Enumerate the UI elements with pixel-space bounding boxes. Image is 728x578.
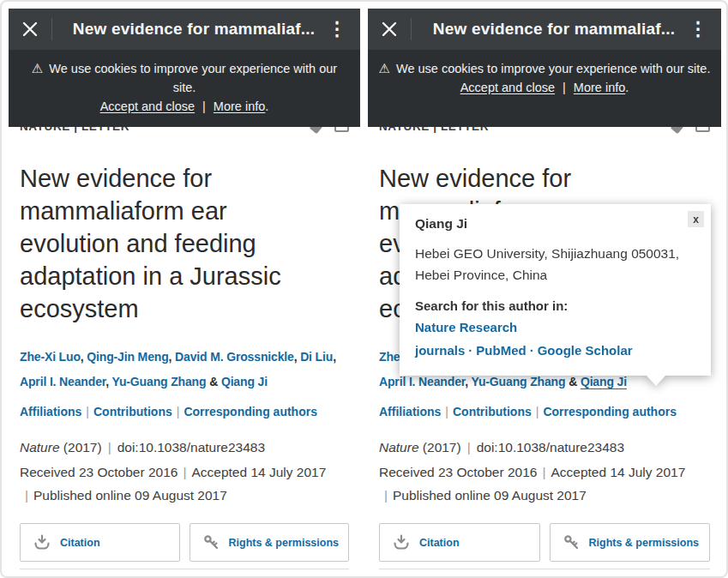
pipe-separator: |	[445, 405, 448, 418]
author-separator: &	[565, 375, 580, 388]
author-popup-box: x Qiang Ji Hebei GEO University, Shijiaz…	[400, 204, 711, 376]
article-title-line: mammaliaform ear	[20, 195, 349, 227]
browser-app-bar: New evidence for mammaliaf... ⋮	[368, 9, 721, 50]
author-link[interactable]: April I. Neander	[20, 375, 105, 388]
cookie-separator: |	[563, 81, 566, 94]
journal-year: (2017)	[423, 440, 461, 455]
cookie-period: .	[625, 81, 629, 94]
pipe-separator: |	[25, 488, 28, 503]
masthead-clipped-row: NATURE | LETTER	[368, 127, 721, 139]
popup-author-name: Qiang Ji	[415, 216, 695, 232]
journal-citation-line: Nature (2017)|doi:10.1038/nature23483	[379, 437, 710, 459]
accepted-date: 14 July 2017	[250, 465, 326, 479]
accepted-date: 14 July 2017	[610, 465, 685, 479]
received-date: 23 October 2016	[438, 465, 537, 479]
pipe-separator: |	[86, 405, 89, 418]
popup-search-label: Search for this author in:	[415, 298, 695, 313]
popup-close-icon[interactable]: x	[688, 211, 704, 227]
received-label: Received	[379, 465, 435, 479]
cookie-separator: |	[202, 99, 206, 113]
author-link[interactable]: David M. Grossnickle	[175, 350, 294, 364]
masthead-label: NATURE | LETTER	[379, 127, 489, 135]
app-bar-divider	[51, 18, 52, 40]
key-icon	[563, 534, 580, 551]
accepted-label: Accepted	[191, 465, 247, 479]
print-icon[interactable]	[695, 127, 710, 132]
close-icon[interactable]	[20, 21, 40, 37]
article-title-line: evolution and feeding	[20, 227, 349, 260]
page-title-truncated: New evidence for mammaliaf...	[422, 20, 686, 39]
cookie-message: We use cookies to improve your experienc…	[396, 62, 710, 75]
download-icon	[393, 534, 410, 551]
article-title-line: ecosystem	[20, 292, 349, 325]
published-date: 09 August 2017	[135, 488, 227, 503]
affiliations-link[interactable]: Affiliations	[20, 405, 81, 418]
author-separator: ,	[465, 375, 471, 388]
more-info-link[interactable]: More info	[214, 99, 265, 113]
author-link[interactable]: Yu-Guang Zhang	[472, 375, 566, 388]
published-label: Published online	[393, 488, 490, 503]
cookie-message: We use cookies to improve your experienc…	[49, 62, 337, 94]
pipe-separator: |	[542, 465, 545, 479]
action-button-row: Citation Rights & permissions	[20, 523, 349, 562]
browser-panel-left: New evidence for mammaliaf... ⋮ ⚠We use …	[9, 9, 360, 576]
print-icon[interactable]	[334, 127, 349, 132]
accepted-label: Accepted	[551, 465, 606, 479]
more-info-link[interactable]: More info	[574, 81, 625, 94]
rights-permissions-button[interactable]: Rights & permissions	[190, 523, 350, 562]
cookie-period: .	[265, 99, 268, 113]
overflow-menu-icon[interactable]: ⋮	[686, 20, 710, 39]
cookie-banner: ⚠We use cookies to improve your experien…	[9, 50, 360, 127]
doi: doi:10.1038/nature23483	[117, 440, 265, 455]
author-link-qiang-ji[interactable]: Qiang Ji	[221, 375, 268, 388]
rights-permissions-button[interactable]: Rights & permissions	[550, 523, 711, 562]
browser-panel-right: New evidence for mammaliaf... ⋮ ⚠We use …	[368, 9, 721, 576]
contributions-link[interactable]: Contributions	[93, 405, 172, 418]
google-scholar-link[interactable]: Google Scholar	[538, 343, 633, 358]
published-date: 09 August 2017	[494, 488, 587, 503]
article-title: New evidence for mammaliaform ear evolut…	[20, 162, 349, 325]
affiliations-link[interactable]: Affiliations	[379, 405, 441, 418]
pipe-separator: |	[177, 405, 180, 418]
warning-icon: ⚠	[32, 61, 43, 75]
doi: doi:10.1038/nature23483	[477, 440, 624, 455]
screenshot-frame: New evidence for mammaliaf... ⋮ ⚠We use …	[0, 0, 728, 578]
corresponding-authors-link[interactable]: Corresponding authors	[184, 405, 317, 418]
contributions-link[interactable]: Contributions	[453, 405, 532, 418]
share-icon[interactable]	[671, 127, 683, 134]
author-link-qiang-ji-active[interactable]: Qiang Ji	[581, 375, 627, 388]
overflow-menu-icon[interactable]: ⋮	[325, 20, 349, 39]
browser-app-bar: New evidence for mammaliaf... ⋮	[9, 9, 360, 50]
popup-pointer	[646, 375, 666, 386]
bottom-divider	[20, 569, 349, 569]
article-meta-links: Affiliations|Contributions|Corresponding…	[20, 405, 349, 418]
article-content: New evidence for mammaliaform ear evolut…	[9, 162, 360, 562]
pipe-separator: |	[108, 440, 111, 455]
author-link[interactable]: Yu-Guang Zhang	[112, 375, 207, 388]
journal-name: Nature	[379, 440, 419, 455]
journal-citation-line: Nature (2017)|doi:10.1038/nature23483	[20, 437, 349, 459]
author-link[interactable]: Zhe-Xi Luo	[20, 350, 81, 364]
warning-icon: ⚠	[379, 61, 390, 75]
pipe-separator: |	[467, 440, 471, 455]
close-icon[interactable]	[379, 21, 400, 37]
bottom-divider	[379, 569, 710, 569]
pubmed-link[interactable]: PubMed	[476, 343, 526, 358]
author-link[interactable]: April I. Neander	[379, 375, 465, 388]
share-icon[interactable]	[310, 127, 322, 134]
received-label: Received	[20, 465, 75, 479]
author-separator: ,	[169, 350, 175, 364]
received-date: 23 October 2016	[79, 465, 177, 479]
corresponding-authors-link[interactable]: Corresponding authors	[543, 405, 677, 418]
citation-button[interactable]: Citation	[379, 523, 540, 562]
app-bar-divider	[411, 18, 412, 40]
key-icon	[203, 534, 220, 551]
author-link[interactable]: Di Liu	[300, 350, 333, 364]
accept-and-close-link[interactable]: Accept and close	[100, 99, 195, 113]
citation-button[interactable]: Citation	[20, 523, 180, 562]
author-link[interactable]: Qing-Jin Meng	[87, 350, 168, 364]
article-title-line: adaptation in a Jurassic	[20, 260, 349, 292]
accept-and-close-link[interactable]: Accept and close	[460, 81, 555, 94]
author-popup: x Qiang Ji Hebei GEO University, Shijiaz…	[400, 204, 711, 376]
author-separator: &	[206, 375, 220, 388]
